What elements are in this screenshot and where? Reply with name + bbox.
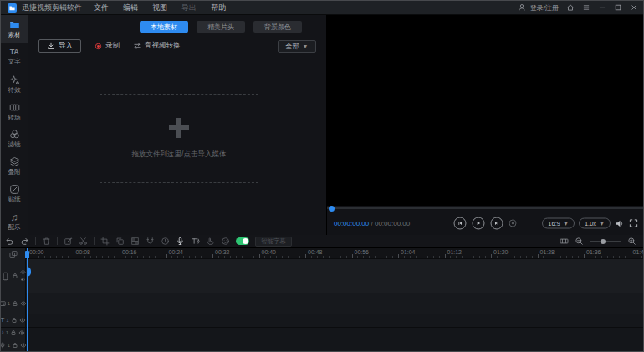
timeline-ruler[interactable]: 00:0000:0800:1600:2400:3200:4000:4800:56… xyxy=(1,248,643,259)
play-button[interactable] xyxy=(473,217,485,230)
minimize-icon[interactable] xyxy=(598,3,606,12)
snap-toggle[interactable] xyxy=(236,237,249,245)
voice-record-icon[interactable] xyxy=(176,237,185,246)
ruler-tick xyxy=(161,256,161,258)
ruler-tick xyxy=(56,256,57,258)
hand-icon[interactable] xyxy=(206,237,215,246)
crop-icon[interactable] xyxy=(100,237,110,246)
volume-icon[interactable] xyxy=(615,218,625,228)
edit-icon[interactable] xyxy=(64,237,73,246)
sidebar-item-overlays[interactable]: 叠附 xyxy=(1,152,28,180)
login-register-link[interactable]: 登录/注册 xyxy=(530,3,559,13)
speed-icon[interactable] xyxy=(161,237,170,246)
video-viewport[interactable] xyxy=(327,15,643,206)
sidebar-label: 配乐 xyxy=(8,224,20,231)
seek-handle[interactable] xyxy=(329,206,335,212)
ruler-tick xyxy=(549,256,549,258)
snapshot-button[interactable] xyxy=(509,220,517,227)
import-dropzone[interactable]: 拖放文件到这里/点击导入媒体 xyxy=(100,94,258,183)
ruler-tick xyxy=(38,256,39,258)
user-icon[interactable] xyxy=(518,3,526,12)
sidebar-item-filters[interactable]: 滤镜 xyxy=(1,125,28,153)
media-filter-dropdown[interactable]: 全部 ▼ xyxy=(278,40,316,53)
ruler-label: 00:16 xyxy=(122,249,137,255)
ruler-tick xyxy=(253,256,254,258)
ruler-label: 01:20 xyxy=(493,249,509,255)
split-icon[interactable] xyxy=(79,237,88,246)
seek-track[interactable] xyxy=(327,207,643,209)
fullscreen-icon[interactable] xyxy=(629,219,638,228)
titlebar: 迅捷视频剪辑软件 文件 编辑 视图 导出 帮助 登录/注册 xyxy=(1,1,643,15)
track-music-body[interactable] xyxy=(26,328,643,339)
ruler-label: 01:12 xyxy=(447,249,463,255)
undo-icon[interactable] xyxy=(5,237,14,246)
playhead-marker[interactable] xyxy=(25,251,29,258)
menu-help[interactable]: 帮助 xyxy=(211,3,226,13)
ruler-label: 00:00 xyxy=(29,249,44,255)
sidebar-item-stickers[interactable]: 贴纸 xyxy=(1,180,28,207)
eye-icon[interactable] xyxy=(19,317,26,324)
time-display: 00:00:00.00 / 00:00:00.00 xyxy=(334,220,410,227)
track-pip-body[interactable] xyxy=(26,293,643,314)
import-button[interactable]: 导入 xyxy=(38,39,81,53)
lock-icon[interactable] xyxy=(12,342,18,349)
menu-view[interactable]: 视图 xyxy=(152,3,167,13)
fit-timeline-icon[interactable] xyxy=(560,237,569,246)
track-voice-body[interactable] xyxy=(26,339,643,351)
playhead[interactable] xyxy=(27,248,28,351)
delete-icon[interactable] xyxy=(42,237,51,246)
dropzone-hint: 拖放文件到这里/点击导入媒体 xyxy=(132,150,227,160)
track-video-body[interactable] xyxy=(26,259,643,293)
track-text-body[interactable] xyxy=(26,314,643,327)
zoom-out-icon[interactable] xyxy=(575,237,584,246)
home-icon[interactable] xyxy=(566,3,575,12)
maximize-icon[interactable] xyxy=(614,3,622,12)
face-sticker-icon[interactable] xyxy=(221,237,230,246)
overlay-icon xyxy=(9,156,20,167)
convert-button[interactable]: 音视频转换 xyxy=(133,41,181,51)
sidebar-item-media[interactable]: 素材 xyxy=(1,15,28,43)
ruler-tick xyxy=(62,256,63,258)
sidebar-item-music[interactable]: ♫ 配乐 xyxy=(1,207,28,235)
record-button[interactable]: 录制 xyxy=(95,41,120,51)
menu-export[interactable]: 导出 xyxy=(181,3,197,13)
aspect-ratio-selector[interactable]: 16:9 ▼ xyxy=(542,218,575,229)
lock-icon[interactable] xyxy=(12,300,18,307)
snap-magnet-icon[interactable] xyxy=(146,237,155,246)
sidebar-item-effects[interactable]: 特效 xyxy=(1,70,28,98)
copy-icon[interactable] xyxy=(115,237,125,246)
sidebar-item-text[interactable]: TA 文字 xyxy=(1,43,28,70)
ruler-tick xyxy=(311,256,312,258)
seekbar[interactable] xyxy=(327,206,643,212)
next-frame-button[interactable] xyxy=(491,217,503,230)
time-separator: / xyxy=(369,220,375,227)
tab-local-media[interactable]: 本地素材 xyxy=(140,21,188,33)
text-to-speech-icon[interactable] xyxy=(191,237,200,246)
timeline-zoom-slider[interactable] xyxy=(590,237,621,246)
playback-speed-selector[interactable]: 1.0x ▼ xyxy=(579,218,611,229)
lock-icon[interactable] xyxy=(12,273,18,279)
menu-file[interactable]: 文件 xyxy=(94,3,109,13)
ruler-tick xyxy=(264,256,265,258)
ruler-tick xyxy=(79,256,79,258)
ruler-tick xyxy=(595,256,596,258)
eye-icon[interactable] xyxy=(20,269,26,275)
zoom-in-icon[interactable] xyxy=(627,237,636,246)
close-icon[interactable] xyxy=(630,3,638,12)
smart-subtitle-button[interactable]: 智能字幕 xyxy=(255,237,292,247)
tab-intro-templates[interactable]: 精美片头 xyxy=(197,21,245,33)
lock-icon[interactable] xyxy=(10,329,17,336)
eye-icon[interactable] xyxy=(18,329,25,336)
menu-icon[interactable] xyxy=(582,3,590,12)
speaker-icon[interactable] xyxy=(20,277,26,283)
tab-background-colors[interactable]: 背景颜色 xyxy=(253,21,302,33)
redo-icon[interactable] xyxy=(20,237,29,246)
prev-frame-button[interactable] xyxy=(454,217,467,230)
mosaic-icon[interactable] xyxy=(130,237,140,246)
menu-edit[interactable]: 编辑 xyxy=(123,3,138,13)
snapshot-icon xyxy=(511,222,515,226)
sidebar-item-transitions[interactable]: 转场 xyxy=(1,98,28,125)
lock-icon[interactable] xyxy=(11,317,18,324)
slider-knob[interactable] xyxy=(601,239,606,244)
ruler-tick xyxy=(212,254,213,258)
